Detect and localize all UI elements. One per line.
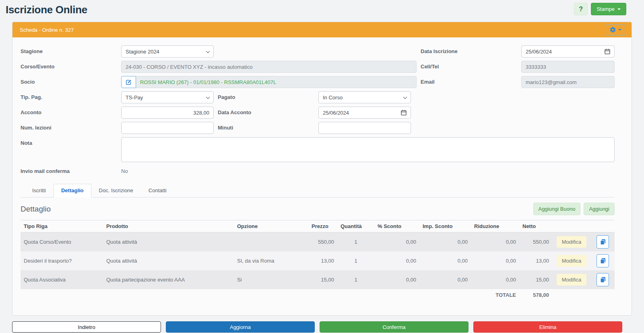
cell-netto: 13,00 bbox=[519, 251, 552, 270]
dettaglio-table: Tipo Riga Prodotto Opzione Prezzo Quanti… bbox=[21, 220, 615, 301]
totale-value: 578,00 bbox=[519, 289, 552, 301]
card-body: Stagione Stagione 2024 Data Iscrizione 2… bbox=[12, 37, 632, 315]
cell-prezzo: 15,00 bbox=[308, 270, 337, 289]
conferma-button[interactable]: Conferma bbox=[320, 321, 469, 333]
chevron-down-icon bbox=[206, 95, 210, 99]
table-header-row: Tipo Riga Prodotto Opzione Prezzo Quanti… bbox=[21, 220, 615, 232]
minuti-input[interactable] bbox=[318, 122, 411, 134]
socio-edit-button[interactable] bbox=[121, 76, 136, 88]
copy-row-button[interactable] bbox=[597, 273, 609, 286]
page-header: Iscrizione Online ? Stampe bbox=[0, 0, 644, 22]
table-row: Desideri il trasporto? Quota attività SI… bbox=[21, 251, 615, 270]
cell-prodotto: Quota partecipazione evento AAA bbox=[103, 270, 234, 289]
cell-opzione bbox=[234, 232, 308, 252]
caret-down-icon bbox=[618, 29, 621, 31]
col-riduzione: Riduzione bbox=[471, 220, 519, 232]
stagione-label: Stagione bbox=[21, 45, 117, 58]
col-prezzo: Prezzo bbox=[308, 220, 337, 232]
cell-prodotto: Quota attività bbox=[103, 251, 234, 270]
stampe-button[interactable]: Stampe bbox=[591, 3, 626, 15]
copy-icon bbox=[600, 258, 606, 264]
tab-contatti[interactable]: Contatti bbox=[141, 184, 174, 197]
tab-bar: Iscritti Dettaglio Doc. Iscrizione Conta… bbox=[21, 184, 615, 197]
cell-quantita: 1 bbox=[337, 251, 374, 270]
cell-tel-input bbox=[521, 61, 615, 73]
copy-row-button[interactable] bbox=[597, 254, 609, 267]
cell-riduzione: 0,00 bbox=[471, 232, 519, 252]
edit-icon bbox=[126, 79, 132, 85]
modifica-button[interactable]: Modifica bbox=[557, 255, 586, 267]
cell-tipo-riga: Quota Corso/Evento bbox=[21, 232, 103, 252]
stampe-button-label: Stampe bbox=[597, 6, 615, 12]
dettaglio-actions: Aggiungi Buono Aggiungi bbox=[533, 203, 615, 215]
data-acconto-value: 25/06/2024 bbox=[323, 110, 349, 116]
indietro-button[interactable]: Indietro bbox=[12, 321, 161, 333]
col-sconto-pct: % Sconto bbox=[374, 220, 419, 232]
copy-icon bbox=[600, 277, 606, 283]
cell-prodotto: Quota attività bbox=[103, 232, 234, 252]
socio-input bbox=[136, 76, 417, 88]
dettaglio-section-header: Dettaglio Aggiungi Buono Aggiungi bbox=[21, 203, 615, 215]
num-lezioni-label: Num. lezioni bbox=[21, 122, 117, 134]
invio-mail-value: No bbox=[121, 165, 417, 177]
data-iscrizione-value: 25/06/2024 bbox=[526, 49, 552, 55]
num-lezioni-input[interactable] bbox=[121, 122, 214, 134]
nota-textarea[interactable] bbox=[121, 137, 615, 162]
pagato-label: Pagato bbox=[218, 91, 314, 103]
invio-mail-label: Invio mail conferma bbox=[21, 165, 117, 177]
email-label: Email bbox=[421, 76, 517, 88]
settings-button[interactable] bbox=[605, 25, 625, 35]
tip-pag-select[interactable]: TS-Pay bbox=[121, 91, 214, 103]
modifica-button[interactable]: Modifica bbox=[557, 274, 586, 286]
pagato-select[interactable]: In Corso bbox=[318, 91, 411, 103]
cell-riduzione: 0,00 bbox=[471, 270, 519, 289]
question-mark-icon: ? bbox=[579, 6, 583, 12]
cell-quantita: 1 bbox=[337, 232, 374, 252]
calendar-icon bbox=[401, 110, 407, 115]
card-header: Scheda - Ordine n. 327 bbox=[12, 22, 632, 37]
col-tipo-riga: Tipo Riga bbox=[21, 220, 103, 232]
copy-row-button[interactable] bbox=[597, 235, 609, 249]
socio-label: Socio bbox=[21, 76, 117, 88]
caret-down-icon bbox=[617, 8, 621, 10]
order-form: Stagione Stagione 2024 Data Iscrizione 2… bbox=[21, 45, 615, 177]
cell-sconto-pct: 0,00 bbox=[374, 232, 419, 252]
cell-riduzione: 0,00 bbox=[471, 251, 519, 270]
cell-sconto-pct: 0,00 bbox=[374, 251, 419, 270]
tab-dettaglio[interactable]: Dettaglio bbox=[54, 184, 91, 197]
cell-sconto-pct: 0,00 bbox=[374, 270, 419, 289]
elimina-button[interactable]: Elimina bbox=[473, 321, 622, 333]
modifica-button[interactable]: Modifica bbox=[557, 236, 586, 248]
cell-opzione: Si bbox=[234, 270, 308, 289]
data-iscrizione-input[interactable]: 25/06/2024 bbox=[521, 45, 615, 58]
minuti-label: Minuti bbox=[218, 122, 314, 134]
stagione-select[interactable]: Stagione 2024 bbox=[121, 45, 214, 58]
cell-imp-sconto: 0,00 bbox=[419, 251, 471, 270]
aggiorna-button[interactable]: Aggiorna bbox=[166, 321, 315, 333]
col-opzione: Opzione bbox=[234, 220, 308, 232]
email-input bbox=[521, 76, 615, 88]
tab-iscritti[interactable]: Iscritti bbox=[25, 184, 54, 197]
card-header-title: Scheda - Ordine n. 327 bbox=[20, 27, 74, 33]
gear-icon bbox=[609, 27, 616, 33]
corso-evento-label: Corso/Evento bbox=[21, 61, 117, 73]
acconto-input[interactable] bbox=[121, 107, 214, 119]
tip-pag-select-value: TS-Pay bbox=[126, 95, 143, 101]
cell-imp-sconto: 0,00 bbox=[419, 270, 471, 289]
totale-label: TOTALE bbox=[471, 289, 519, 301]
tab-doc-iscrizione[interactable]: Doc. Iscrizione bbox=[91, 184, 141, 197]
col-imp-sconto: Imp. Sconto bbox=[419, 220, 471, 232]
chevron-down-icon bbox=[206, 49, 210, 53]
aggiungi-button[interactable]: Aggiungi bbox=[584, 203, 615, 215]
help-button[interactable]: ? bbox=[574, 3, 588, 15]
chevron-down-icon bbox=[403, 95, 407, 99]
data-acconto-label: Data Acconto bbox=[218, 107, 314, 119]
cell-tipo-riga: Desideri il trasporto? bbox=[21, 251, 103, 270]
aggiungi-buono-button[interactable]: Aggiungi Buono bbox=[533, 203, 581, 215]
data-iscrizione-label: Data Iscrizione bbox=[421, 45, 517, 58]
cell-imp-sconto: 0,00 bbox=[419, 232, 471, 252]
data-acconto-input[interactable]: 25/06/2024 bbox=[318, 107, 411, 119]
col-quantita: Quantità bbox=[337, 220, 374, 232]
cell-quantita: 1 bbox=[337, 270, 374, 289]
col-netto: Netto bbox=[519, 220, 552, 232]
